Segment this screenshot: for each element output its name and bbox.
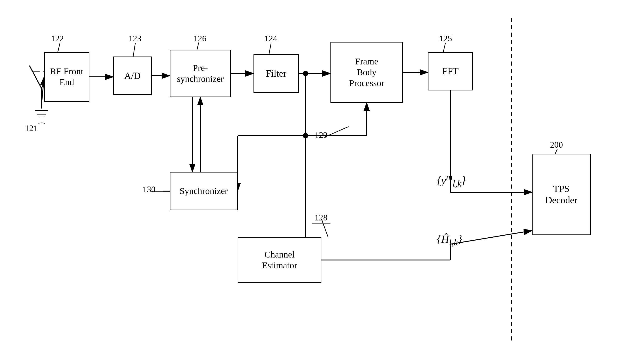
y-lk-label: {yml,k} <box>437 172 466 189</box>
diagram: RF Front End A/D Pre-synchronizer Filter… <box>0 0 617 364</box>
label-121: 121 <box>25 123 38 133</box>
label-200: 200 <box>550 140 563 150</box>
adc-block: A/D <box>113 56 152 95</box>
tps-decoder-block: TPSDecoder <box>532 154 591 235</box>
label-130: 130 <box>143 184 155 194</box>
svg-line-2 <box>29 65 41 88</box>
label-123: 123 <box>129 33 141 43</box>
channel-estimator-block: ChannelEstimator <box>238 237 321 283</box>
rf-front-end-block: RF Front End <box>44 52 89 102</box>
frame-body-processor-block: FrameBodyProcessor <box>330 42 403 103</box>
H-hat-lk-label: {Ĥl,k} <box>437 233 462 247</box>
fft-block: FFT <box>428 52 473 91</box>
synchronizer-block: Synchronizer <box>170 172 238 210</box>
label-129: 129 <box>315 130 328 140</box>
curved-line-121: ⌒ <box>37 121 46 132</box>
label-122: 122 <box>51 33 64 43</box>
svg-line-31 <box>451 231 532 244</box>
label-124: 124 <box>264 33 277 43</box>
filter-block: Filter <box>253 54 299 93</box>
label-126: 126 <box>193 33 206 43</box>
label-128: 128 <box>315 212 328 222</box>
diagram-svg <box>0 0 617 364</box>
label-125: 125 <box>439 33 452 43</box>
pre-synchronizer-block: Pre-synchronizer <box>170 50 231 97</box>
